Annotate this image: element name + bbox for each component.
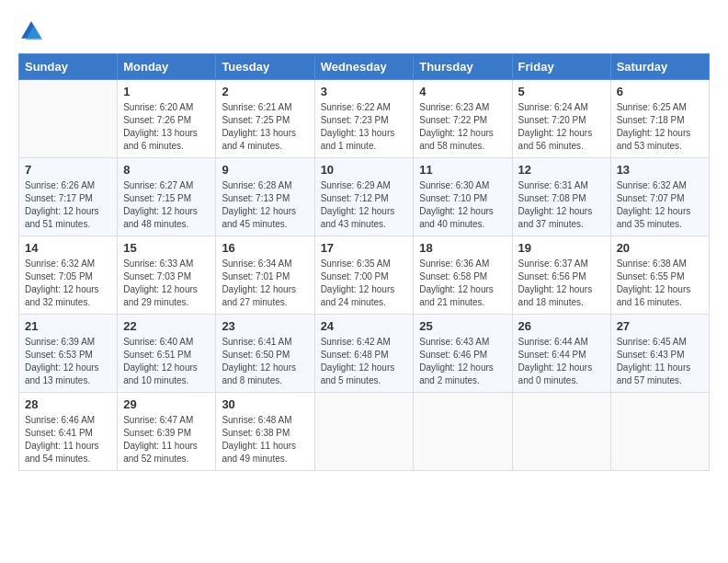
calendar-day-cell: 9Sunrise: 6:28 AM Sunset: 7:13 PM Daylig… — [216, 158, 314, 236]
calendar-week-row: 7Sunrise: 6:26 AM Sunset: 7:17 PM Daylig… — [19, 158, 710, 236]
calendar-week-row: 28Sunrise: 6:46 AM Sunset: 6:41 PM Dayli… — [19, 393, 710, 471]
calendar-empty-cell — [610, 393, 709, 471]
day-number: 24 — [321, 319, 408, 333]
calendar-empty-cell — [19, 80, 118, 158]
day-info: Sunrise: 6:45 AM Sunset: 6:43 PM Dayligh… — [617, 336, 703, 387]
day-number: 26 — [518, 319, 605, 333]
day-of-week-header: Thursday — [414, 54, 512, 80]
day-number: 4 — [419, 85, 506, 98]
day-info: Sunrise: 6:36 AM Sunset: 6:58 PM Dayligh… — [419, 258, 506, 309]
calendar-day-cell: 24Sunrise: 6:42 AM Sunset: 6:48 PM Dayli… — [314, 315, 414, 393]
day-of-week-header: Monday — [118, 54, 216, 80]
day-info: Sunrise: 6:34 AM Sunset: 7:01 PM Dayligh… — [222, 258, 308, 309]
calendar-day-cell: 11Sunrise: 6:30 AM Sunset: 7:10 PM Dayli… — [414, 158, 512, 236]
day-info: Sunrise: 6:47 AM Sunset: 6:39 PM Dayligh… — [123, 414, 210, 465]
calendar-day-cell: 2Sunrise: 6:21 AM Sunset: 7:25 PM Daylig… — [216, 80, 314, 158]
day-of-week-header: Saturday — [610, 54, 709, 80]
calendar-day-cell: 25Sunrise: 6:43 AM Sunset: 6:46 PM Dayli… — [414, 315, 512, 393]
calendar-day-cell: 29Sunrise: 6:47 AM Sunset: 6:39 PM Dayli… — [118, 393, 216, 471]
day-number: 12 — [518, 163, 605, 177]
calendar-day-cell: 26Sunrise: 6:44 AM Sunset: 6:44 PM Dayli… — [512, 315, 610, 393]
calendar-table: SundayMondayTuesdayWednesdayThursdayFrid… — [18, 53, 710, 471]
day-of-week-header: Wednesday — [314, 54, 414, 80]
day-number: 30 — [222, 397, 308, 411]
calendar-day-cell: 8Sunrise: 6:27 AM Sunset: 7:15 PM Daylig… — [118, 158, 216, 236]
page-header — [18, 18, 710, 44]
day-number: 13 — [617, 163, 703, 177]
calendar-day-cell: 5Sunrise: 6:24 AM Sunset: 7:20 PM Daylig… — [512, 80, 610, 158]
day-info: Sunrise: 6:25 AM Sunset: 7:18 PM Dayligh… — [617, 101, 703, 153]
calendar-day-cell: 3Sunrise: 6:22 AM Sunset: 7:23 PM Daylig… — [314, 80, 414, 158]
day-info: Sunrise: 6:32 AM Sunset: 7:05 PM Dayligh… — [25, 258, 111, 309]
calendar-week-row: 1Sunrise: 6:20 AM Sunset: 7:26 PM Daylig… — [19, 80, 710, 158]
day-info: Sunrise: 6:48 AM Sunset: 6:38 PM Dayligh… — [222, 414, 308, 465]
calendar-day-cell: 22Sunrise: 6:40 AM Sunset: 6:51 PM Dayli… — [118, 315, 216, 393]
day-info: Sunrise: 6:39 AM Sunset: 6:53 PM Dayligh… — [25, 336, 111, 387]
day-number: 9 — [222, 163, 308, 177]
day-number: 22 — [123, 319, 210, 333]
calendar-day-cell: 17Sunrise: 6:35 AM Sunset: 7:00 PM Dayli… — [314, 236, 414, 315]
day-info: Sunrise: 6:43 AM Sunset: 6:46 PM Dayligh… — [419, 336, 506, 387]
day-number: 2 — [222, 85, 308, 98]
calendar-day-cell: 18Sunrise: 6:36 AM Sunset: 6:58 PM Dayli… — [414, 236, 512, 315]
calendar-week-row: 21Sunrise: 6:39 AM Sunset: 6:53 PM Dayli… — [19, 315, 710, 393]
calendar-day-cell: 21Sunrise: 6:39 AM Sunset: 6:53 PM Dayli… — [19, 315, 118, 393]
day-info: Sunrise: 6:41 AM Sunset: 6:50 PM Dayligh… — [222, 336, 308, 387]
calendar-day-cell: 7Sunrise: 6:26 AM Sunset: 7:17 PM Daylig… — [19, 158, 118, 236]
calendar-day-cell: 28Sunrise: 6:46 AM Sunset: 6:41 PM Dayli… — [19, 393, 118, 471]
day-number: 1 — [123, 85, 210, 98]
calendar-day-cell: 6Sunrise: 6:25 AM Sunset: 7:18 PM Daylig… — [610, 80, 709, 158]
day-info: Sunrise: 6:46 AM Sunset: 6:41 PM Dayligh… — [25, 414, 111, 465]
day-info: Sunrise: 6:32 AM Sunset: 7:07 PM Dayligh… — [617, 179, 703, 231]
day-number: 16 — [222, 241, 308, 255]
day-of-week-header: Friday — [512, 54, 610, 80]
day-number: 11 — [419, 163, 506, 177]
day-info: Sunrise: 6:20 AM Sunset: 7:26 PM Dayligh… — [123, 101, 210, 153]
day-number: 15 — [123, 241, 210, 255]
calendar-day-cell: 23Sunrise: 6:41 AM Sunset: 6:50 PM Dayli… — [216, 315, 314, 393]
day-number: 27 — [617, 319, 703, 333]
day-number: 7 — [25, 163, 111, 177]
day-number: 14 — [25, 241, 111, 255]
day-info: Sunrise: 6:35 AM Sunset: 7:00 PM Dayligh… — [321, 258, 408, 309]
calendar-day-cell: 13Sunrise: 6:32 AM Sunset: 7:07 PM Dayli… — [610, 158, 709, 236]
day-info: Sunrise: 6:27 AM Sunset: 7:15 PM Dayligh… — [123, 179, 210, 231]
calendar-day-cell: 10Sunrise: 6:29 AM Sunset: 7:12 PM Dayli… — [314, 158, 414, 236]
calendar-day-cell: 12Sunrise: 6:31 AM Sunset: 7:08 PM Dayli… — [512, 158, 610, 236]
day-number: 18 — [419, 241, 506, 255]
day-info: Sunrise: 6:33 AM Sunset: 7:03 PM Dayligh… — [123, 258, 210, 309]
calendar-week-row: 14Sunrise: 6:32 AM Sunset: 7:05 PM Dayli… — [19, 236, 710, 315]
day-info: Sunrise: 6:30 AM Sunset: 7:10 PM Dayligh… — [419, 179, 506, 231]
day-info: Sunrise: 6:44 AM Sunset: 6:44 PM Dayligh… — [518, 336, 605, 387]
calendar-day-cell: 27Sunrise: 6:45 AM Sunset: 6:43 PM Dayli… — [610, 315, 709, 393]
day-of-week-header: Sunday — [19, 54, 118, 80]
day-info: Sunrise: 6:26 AM Sunset: 7:17 PM Dayligh… — [25, 179, 111, 231]
calendar-day-cell: 19Sunrise: 6:37 AM Sunset: 6:56 PM Dayli… — [512, 236, 610, 315]
day-info: Sunrise: 6:37 AM Sunset: 6:56 PM Dayligh… — [518, 258, 605, 309]
day-number: 8 — [123, 163, 210, 177]
day-info: Sunrise: 6:31 AM Sunset: 7:08 PM Dayligh… — [518, 179, 605, 231]
calendar-empty-cell — [414, 393, 512, 471]
calendar-day-cell: 20Sunrise: 6:38 AM Sunset: 6:55 PM Dayli… — [610, 236, 709, 315]
day-number: 21 — [25, 319, 111, 333]
day-number: 5 — [518, 85, 605, 98]
logo-icon — [18, 18, 44, 44]
day-of-week-header: Tuesday — [216, 54, 314, 80]
day-info: Sunrise: 6:22 AM Sunset: 7:23 PM Dayligh… — [321, 101, 408, 153]
day-info: Sunrise: 6:23 AM Sunset: 7:22 PM Dayligh… — [419, 101, 506, 153]
day-number: 28 — [25, 397, 111, 411]
day-info: Sunrise: 6:29 AM Sunset: 7:12 PM Dayligh… — [321, 179, 408, 231]
day-number: 19 — [518, 241, 605, 255]
day-info: Sunrise: 6:24 AM Sunset: 7:20 PM Dayligh… — [518, 101, 605, 153]
calendar-day-cell: 16Sunrise: 6:34 AM Sunset: 7:01 PM Dayli… — [216, 236, 314, 315]
calendar-day-cell: 15Sunrise: 6:33 AM Sunset: 7:03 PM Dayli… — [118, 236, 216, 315]
calendar-empty-cell — [512, 393, 610, 471]
day-info: Sunrise: 6:21 AM Sunset: 7:25 PM Dayligh… — [222, 101, 308, 153]
calendar-header-row: SundayMondayTuesdayWednesdayThursdayFrid… — [19, 54, 710, 80]
day-number: 3 — [321, 85, 408, 98]
day-info: Sunrise: 6:40 AM Sunset: 6:51 PM Dayligh… — [123, 336, 210, 387]
calendar-day-cell: 4Sunrise: 6:23 AM Sunset: 7:22 PM Daylig… — [414, 80, 512, 158]
day-number: 6 — [617, 85, 703, 98]
calendar-day-cell: 30Sunrise: 6:48 AM Sunset: 6:38 PM Dayli… — [216, 393, 314, 471]
day-info: Sunrise: 6:28 AM Sunset: 7:13 PM Dayligh… — [222, 179, 308, 231]
